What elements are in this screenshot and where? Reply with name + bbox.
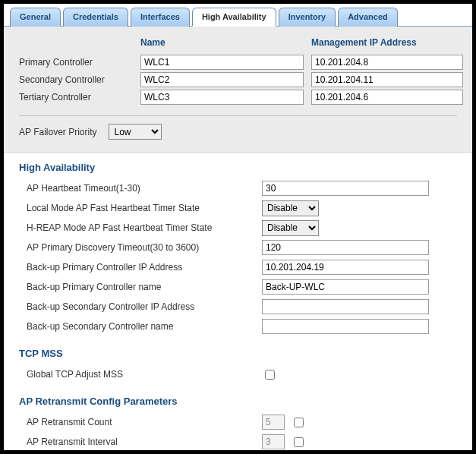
controllers-panel: Name Management IP Address Primary Contr… [4,27,472,153]
ap-retransmit-count-checkbox[interactable] [294,418,304,427]
tab-interfaces[interactable]: Interfaces [131,8,190,27]
ap-retransmit-interval-checkbox[interactable] [294,437,304,447]
col-header-name: Name [140,34,304,52]
ap-retransmit-count-label: AP Retransmit Count [27,417,262,427]
secondary-controller-label: Secondary Controller [19,74,133,85]
tab-credentials[interactable]: Credentials [63,8,128,27]
ap-retransmit-interval-label: AP Retransmit Interval [27,437,262,447]
backup-primary-name-input[interactable] [262,279,429,295]
hreap-fast-heartbeat-select[interactable]: Disable [262,220,319,236]
tab-general[interactable]: General [10,8,61,27]
ap-heartbeat-timeout-input[interactable] [262,181,429,196]
tertiary-controller-ip-input[interactable] [311,90,463,105]
ap-retransmit-section: AP Retransmit Config Parameters AP Retra… [4,386,472,454]
local-fast-heartbeat-label: Local Mode AP Fast Heartbeat Timer State [27,203,262,213]
backup-secondary-name-input[interactable] [262,319,429,334]
tertiary-controller-label: Tertiary Controller [19,92,133,102]
tab-high-availability[interactable]: High Availability [192,8,276,27]
ap-heartbeat-timeout-label: AP Heartbeat Timeout(1-30) [27,183,262,194]
tcp-mss-section: TCP MSS Global TCP Adjust MSS [4,339,472,386]
primary-discovery-timeout-input[interactable] [262,240,429,255]
high-availability-section: High Availability AP Heartbeat Timeout(1… [4,153,472,339]
col-header-mgmt-ip: Management IP Address [311,34,463,52]
primary-controller-label: Primary Controller [19,57,133,68]
tcp-mss-title: TCP MSS [19,348,457,359]
ap-retransmit-count-input[interactable] [262,415,285,430]
primary-controller-name-input[interactable] [140,55,304,70]
ap-retransmit-interval-input[interactable] [262,434,285,449]
primary-controller-ip-input[interactable] [311,55,463,70]
tertiary-controller-name-input[interactable] [140,90,304,105]
global-tcp-adjust-mss-label: Global TCP Adjust MSS [27,369,262,380]
backup-primary-ip-input[interactable] [262,260,429,275]
backup-secondary-ip-input[interactable] [262,299,429,314]
secondary-controller-ip-input[interactable] [311,72,463,87]
tab-bar: General Credentials Interfaces High Avai… [4,4,472,27]
primary-discovery-timeout-label: AP Primary Discovery Timeout(30 to 3600) [27,242,262,253]
backup-primary-name-label: Back-up Primary Controller name [27,282,262,292]
global-tcp-adjust-mss-checkbox[interactable] [265,370,275,380]
tab-advanced[interactable]: Advanced [338,8,398,27]
secondary-controller-name-input[interactable] [140,72,304,87]
backup-secondary-ip-label: Back-up Secondary Controller IP Address [27,301,262,312]
high-availability-title: High Availability [19,162,457,173]
local-fast-heartbeat-select[interactable]: Disable [262,200,319,216]
ap-retransmit-title: AP Retransmit Config Parameters [19,396,457,407]
backup-secondary-name-label: Back-up Secondary Controller name [27,321,262,332]
ap-failover-priority-label: AP Failover Priority [19,127,96,137]
tab-inventory[interactable]: Inventory [279,8,336,27]
hreap-fast-heartbeat-label: H-REAP Mode AP Fast Heartbeat Timer Stat… [27,222,262,233]
ap-failover-priority-select[interactable]: Low [109,124,162,140]
backup-primary-ip-label: Back-up Primary Controller IP Address [27,262,262,273]
